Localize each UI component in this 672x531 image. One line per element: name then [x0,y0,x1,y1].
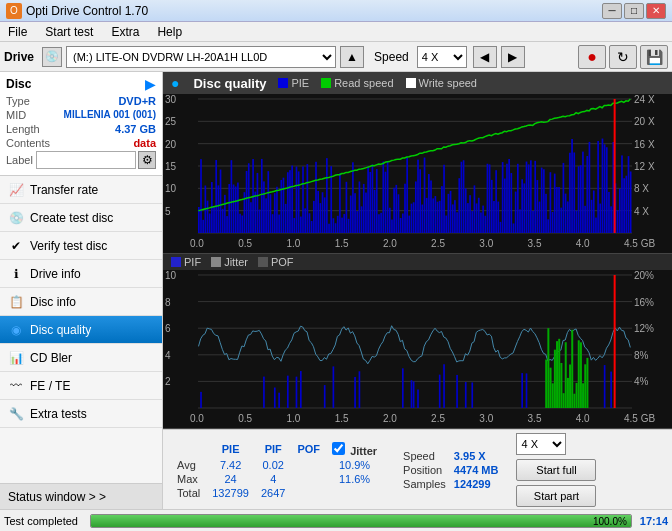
disc-length-value: 4.37 GB [115,123,156,135]
status-text: Test completed [4,515,78,527]
menu-bar: File Start test Extra Help [0,22,672,42]
transfer-rate-icon: 📈 [8,182,24,198]
disc-label-input[interactable] [36,151,136,169]
stats-jitter-max: 11.6% [326,472,383,486]
stats-table: PIE PIF POF Jitter Avg 7.42 0.02 [171,441,383,500]
stats-jitter-total [326,486,383,500]
stats-label-max: Max [171,472,206,486]
col-pie: PIE [206,441,255,458]
stats-row-avg: Avg 7.42 0.02 10.9% [171,458,383,472]
chart-2-area [163,270,672,429]
menu-file[interactable]: File [4,24,31,40]
stats-pie-max: 24 [206,472,255,486]
stats-pie-total: 132799 [206,486,255,500]
drive-info-icon: ℹ [8,266,24,282]
legend-pie: PIE [278,77,309,89]
stats-row-total: Total 132799 2647 [171,486,383,500]
window-controls: ─ □ ✕ [602,3,666,19]
pif-chart [163,270,672,428]
cd-bler-icon: 📊 [8,350,24,366]
col-jitter: Jitter [326,441,383,458]
minimize-button[interactable]: ─ [602,3,622,19]
status-window-button[interactable]: Status window > > [0,483,162,509]
disc-contents-value: data [133,137,156,149]
legend-write-speed: Write speed [406,77,478,89]
app-icon: O [6,3,22,19]
sidebar-item-fe-te[interactable]: 〰 FE / TE [0,372,162,400]
drive-select[interactable]: (M:) LITE-ON DVDRW LH-20A1H LL0D [66,46,336,68]
label-gear-button[interactable]: ⚙ [138,151,156,169]
stats-pif-total: 2647 [255,486,291,500]
samples-value: 124299 [450,477,503,491]
legend-pif: PIF [171,256,201,268]
speed-fwd-button[interactable]: ▶ [501,46,525,68]
sidebar-item-drive-info[interactable]: ℹ Drive info [0,260,162,288]
stats-pif-max: 4 [255,472,291,486]
start-full-button[interactable]: Start full [516,459,596,481]
disc-length-label: Length [6,123,40,135]
jitter-checkbox[interactable] [332,442,345,455]
sidebar-item-verify-test-disc[interactable]: ✔ Verify test disc [0,232,162,260]
speed-info: Speed 3.95 X Position 4474 MB Samples 12… [399,449,502,491]
sidebar-item-cd-bler[interactable]: 📊 CD Bler [0,344,162,372]
disc-type-label: Type [6,95,30,107]
sidebar-item-extra-tests[interactable]: 🔧 Extra tests [0,400,162,428]
legend-read-speed: Read speed [321,77,393,89]
stats-jitter-avg: 10.9% [326,458,383,472]
menu-help[interactable]: Help [153,24,186,40]
pie-chart [163,94,672,253]
red-circle-button[interactable]: ● [578,45,606,69]
position-value: 4474 MB [450,463,503,477]
save-button[interactable]: 💾 [640,45,668,69]
stats-area: PIE PIF POF Jitter Avg 7.42 0.02 [163,429,672,509]
disc-mid-value: MILLENIA 001 (001) [64,109,156,121]
sidebar-item-transfer-rate[interactable]: 📈 Transfer rate [0,176,162,204]
status-bar: Test completed 100.0% 17:14 [0,509,672,531]
stats-label-avg: Avg [171,458,206,472]
sidebar-item-disc-quality[interactable]: ◉ Disc quality [0,316,162,344]
stats-pof-max [291,472,326,486]
stats-pof-avg [291,458,326,472]
speed-value: 3.95 X [450,449,503,463]
fe-te-icon: 〰 [8,378,24,394]
speed-select-main[interactable]: 4 X [417,46,467,68]
disc-type-value: DVD+R [118,95,156,107]
drive-icon: 💿 [42,47,62,67]
stats-label-total: Total [171,486,206,500]
action-speed-select[interactable]: 4 X [516,433,566,455]
main-content: Disc ▶ Type DVD+R MID MILLENIA 001 (001)… [0,72,672,509]
sidebar-item-create-test-disc[interactable]: 💿 Create test disc [0,204,162,232]
charts-container: PIF Jitter POF [163,94,672,429]
action-buttons: 4 X Start full Start part [516,433,596,507]
speed-back-button[interactable]: ◀ [473,46,497,68]
speed-label: Speed [399,449,450,463]
menu-extra[interactable]: Extra [107,24,143,40]
time-display: 17:14 [640,515,668,527]
disc-label-label: Label [6,154,33,166]
close-button[interactable]: ✕ [646,3,666,19]
nav-items: 📈 Transfer rate 💿 Create test disc ✔ Ver… [0,176,162,483]
stats-pof-total [291,486,326,500]
maximize-button[interactable]: □ [624,3,644,19]
samples-label: Samples [399,477,450,491]
eject-button[interactable]: ▲ [340,46,364,68]
arrow-button[interactable]: ↻ [609,45,637,69]
drive-label: Drive [4,50,34,64]
disc-quality-icon: ◉ [8,322,24,338]
start-part-button[interactable]: Start part [516,485,596,507]
menu-start-test[interactable]: Start test [41,24,97,40]
stats-pif-avg: 0.02 [255,458,291,472]
legend-pof: POF [258,256,294,268]
progress-label: 100.0% [593,515,627,528]
col-pif: PIF [255,441,291,458]
sidebar-item-disc-info[interactable]: 📋 Disc info [0,288,162,316]
title-text: Opti Drive Control 1.70 [26,4,148,18]
content-area: ● Disc quality PIE Read speed Write spee… [163,72,672,509]
drive-bar: Drive 💿 (M:) LITE-ON DVDRW LH-20A1H LL0D… [0,42,672,72]
disc-panel-arrow[interactable]: ▶ [145,76,156,92]
disc-panel-title: Disc [6,77,31,91]
disc-panel: Disc ▶ Type DVD+R MID MILLENIA 001 (001)… [0,72,162,176]
legend-jitter: Jitter [211,256,248,268]
extra-tests-icon: 🔧 [8,406,24,422]
progress-bar: 100.0% [90,514,632,528]
